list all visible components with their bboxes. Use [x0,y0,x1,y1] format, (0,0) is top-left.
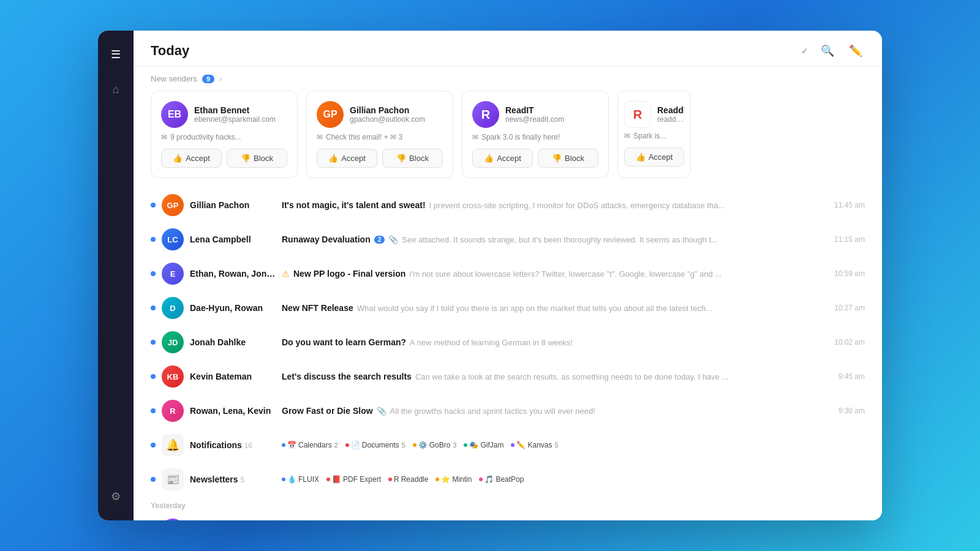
row-sender: Dae-Hyun, Rowan [190,303,276,313]
sender-cards: EB Ethan Bennet ebennet@sparkmail.com ✉ … [134,88,882,188]
unread-indicator [151,305,156,310]
sender-email: gpachon@outlook.com [350,115,425,124]
compose-icon[interactable]: ✏️ [846,42,865,60]
accept-button[interactable]: 👍 Accept [472,149,533,168]
hamburger-icon[interactable]: ☰ [106,43,126,66]
sender-card: EB Ethan Bennet ebennet@sparkmail.com ✉ … [151,91,298,178]
content-area: New senders 9 › EB Ethan Bennet ebennet@… [134,67,882,520]
new-senders-label: New senders [151,74,197,83]
home-icon[interactable]: ⌂ [108,78,124,101]
email-row[interactable]: LC Lena Campbell Runaway Devaluation 2 📎… [140,222,876,257]
sender-card: GP Gillian Pachon gpachon@outlook.com ✉ … [306,91,453,178]
email-subject: New PP logo - Final version [293,269,405,279]
dot [413,443,417,447]
email-row[interactable]: KB Kevin Bateman Let's discuss the searc… [140,359,876,394]
row-sender: Notifications 16 [190,440,276,450]
email-list: GP Gillian Pachon It's not magic, it's t… [134,188,882,520]
sender-card: R ReadIT news@readit.com ✉ Spark 3.0 is … [462,91,609,178]
email-row[interactable]: R Rowan, Lena, Kevin Grow Fast or Die Sl… [140,394,876,428]
thumbs-up-icon: 👍 [328,154,338,163]
notif-chip: 📄 Documents 5 [345,441,405,449]
notif-chip: ⭐ Mintin [435,475,472,484]
chip-icon: 🎵 [484,475,494,484]
avatar: E [162,263,184,285]
email-preview: I'm not sure about lowercase letters? Tw… [409,269,823,279]
gear-icon[interactable]: ⚙ [106,485,126,508]
avatar: GP [317,101,344,128]
sender-preview: ✉ Check this email! + ✉ 3 [317,133,443,141]
email-preview: Can we take a look at the search results… [415,372,827,381]
row-sender: Newsletters 5 [190,474,276,484]
row-sender: Ethan, Rowan, Jonah [190,269,276,279]
avatar: EB [161,101,188,128]
email-time: 11:15 am [834,235,865,244]
sender-name: Ethan Bennet [194,105,276,115]
email-preview: A new method of learning German in 8 wee… [410,338,823,347]
thumbs-up-icon: 👍 [484,154,494,163]
dot [464,443,467,447]
email-icon: ✉ [161,133,167,141]
email-preview: All the growths hacks and sprint tactics… [390,407,827,416]
chip-count: 5 [402,441,405,449]
email-row[interactable]: GP Gillian Pachon It's not magic, it's t… [140,188,876,222]
avatar: MM [162,519,184,520]
email-badge: 2 [374,236,385,244]
email-icon: ✉ [624,132,630,140]
row-content: ⚠ New PP logo - Final version I'm not su… [282,269,823,279]
email-subject: Do you want to learn German? [282,337,406,347]
chip-icon: 📕 [332,475,341,484]
header: Today ✓ 🔍 ✏️ [134,31,882,67]
email-time: 10:02 am [834,338,865,347]
chip-label: BeatPop [496,475,524,484]
sender-email: readdle@re... [657,115,684,124]
thumbs-up-icon: 👍 [173,154,183,163]
unread-indicator [151,237,156,242]
email-icon: ✉ [317,133,323,141]
sender-name: Gillian Pachon [350,105,425,115]
row-content: Runaway Devaluation 2 📎 See attached. It… [282,234,823,244]
chip-label: GifJam [480,441,503,449]
avatar: R [162,400,184,422]
new-senders-count: 9 [202,75,214,83]
sender-preview: ✉ 9 productivity hacks... [161,133,287,141]
chip-icon: ✏️ [516,441,526,449]
row-sender: Rowan, Lena, Kevin [190,406,276,416]
chip-label: Readdle [401,475,429,484]
block-button[interactable]: 👎 Block [382,149,443,168]
newsletters-row[interactable]: 📰 Newsletters 5 💧 FLUIX 📕 PDF Expert [140,462,876,497]
avatar: R [472,101,499,128]
accept-button[interactable]: 👍 Accept [624,148,684,167]
avatar: D [162,297,184,319]
notifications-row[interactable]: 🔔 Notifications 16 📅 Calendars 2 📄 Do [140,428,876,462]
new-senders-bar: New senders 9 › [134,67,882,88]
attachment-icon: 📎 [388,235,398,244]
email-time: 9:30 am [839,407,865,415]
email-row[interactable]: MM Mandy Maye ⚠ About your new logo I'm … [140,512,876,520]
unread-indicator [151,271,156,276]
dot [326,478,330,481]
avatar: R [624,101,651,128]
accept-button[interactable]: 👍 Accept [161,149,222,168]
email-icon: ✉ [472,133,478,141]
avatar: LC [162,228,184,250]
check-all-button[interactable]: ✓ [801,46,809,56]
chip-label: FLUIX [298,475,319,484]
search-icon[interactable]: 🔍 [818,42,837,60]
email-row[interactable]: JD Jonah Dahlke Do you want to learn Ger… [140,325,876,359]
avatar: GP [162,194,184,216]
new-senders-arrow[interactable]: › [219,74,222,83]
email-row[interactable]: E Ethan, Rowan, Jonah ⚠ New PP logo - Fi… [140,257,876,291]
block-button[interactable]: 👎 Block [538,149,598,168]
email-preview: See attached. It sounds strange, but it'… [402,235,823,244]
accept-button[interactable]: 👍 Accept [317,149,377,168]
email-row[interactable]: D Dae-Hyun, Rowan New NFT Release What w… [140,291,876,325]
header-actions: ✓ 🔍 ✏️ [801,42,865,60]
row-content: Let's discuss the search results Can we … [282,372,827,381]
avatar: JD [162,331,184,353]
dot [511,443,514,447]
email-preview: What would you say if I told you there i… [357,304,823,313]
block-button[interactable]: 👎 Block [227,149,287,168]
row-content: Grow Fast or Die Slow 📎 All the growths … [282,406,827,416]
row-sender: Lena Campbell [190,234,276,244]
email-time: 11:45 am [834,201,865,209]
